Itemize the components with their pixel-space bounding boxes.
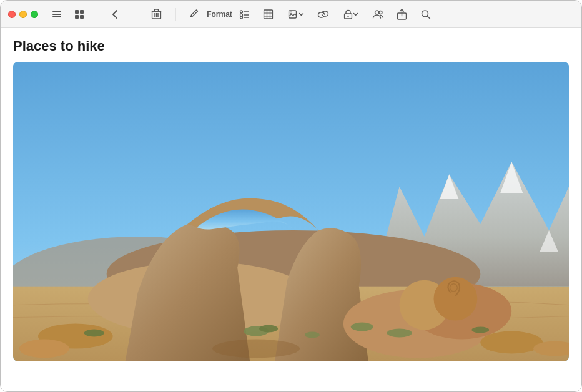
svg-line-34: [428, 16, 430, 19]
trash-icon: [152, 9, 162, 20]
lock-icon: [343, 9, 352, 19]
svg-point-50: [19, 340, 69, 358]
svg-point-55: [351, 323, 373, 331]
note-content: Places to hike: [1, 28, 581, 392]
svg-rect-20: [264, 10, 273, 19]
collaborate-icon: [373, 10, 384, 19]
grid-icon: [74, 9, 84, 19]
search-icon: [421, 9, 431, 19]
svg-point-29: [375, 11, 379, 14]
traffic-lights: [8, 11, 38, 18]
chevron-left-icon: [112, 9, 118, 19]
note-title[interactable]: Places to hike: [13, 38, 569, 54]
link-icon: [318, 11, 329, 18]
svg-point-59: [305, 332, 320, 338]
svg-point-51: [480, 331, 543, 354]
svg-point-14: [240, 11, 243, 13]
media-button[interactable]: [284, 6, 308, 23]
list-view-button[interactable]: [48, 6, 66, 23]
share-button[interactable]: [393, 6, 411, 23]
lock-chevron-icon: [353, 12, 358, 17]
svg-rect-0: [52, 11, 61, 12]
minimize-button[interactable]: [19, 11, 27, 18]
edit-icon: [190, 9, 200, 19]
list-icon: [52, 9, 62, 19]
titlebar: Format: [1, 1, 581, 28]
media-icon: [288, 10, 298, 19]
grid-view-button[interactable]: [71, 6, 88, 23]
svg-point-60: [212, 340, 300, 358]
toolbar-center: Format: [148, 6, 435, 23]
link-button[interactable]: [315, 6, 332, 23]
svg-point-26: [290, 12, 292, 14]
svg-line-13: [197, 10, 198, 11]
svg-rect-9: [155, 9, 159, 11]
svg-rect-2: [52, 16, 61, 17]
svg-point-57: [387, 329, 412, 338]
back-button[interactable]: [106, 6, 124, 23]
lock-button[interactable]: [338, 6, 363, 23]
titlebar-left: [8, 6, 124, 23]
svg-rect-5: [75, 15, 79, 19]
svg-point-56: [84, 330, 104, 337]
checklist-icon: [240, 9, 250, 19]
delete-button[interactable]: [148, 6, 165, 23]
svg-rect-6: [80, 15, 84, 19]
share-icon: [397, 9, 407, 20]
divider-1: [97, 8, 97, 21]
table-button[interactable]: [260, 6, 277, 23]
svg-point-58: [471, 327, 489, 333]
svg-point-54: [259, 325, 278, 333]
new-note-button[interactable]: [186, 6, 204, 23]
landscape-svg: [13, 62, 569, 361]
svg-point-30: [379, 11, 382, 14]
divider-2: [175, 8, 176, 21]
table-icon: [264, 9, 274, 19]
svg-rect-4: [80, 10, 84, 14]
format-label: Format: [207, 10, 232, 19]
svg-point-47: [433, 277, 477, 321]
svg-point-28: [347, 15, 348, 16]
collab-button[interactable]: [370, 6, 387, 23]
close-button[interactable]: [8, 11, 16, 18]
format-button[interactable]: Format: [210, 6, 230, 23]
chevron-down-icon: [298, 12, 303, 17]
maximize-button[interactable]: [31, 11, 38, 18]
svg-rect-3: [75, 10, 79, 14]
note-image[interactable]: [13, 62, 569, 361]
search-button[interactable]: [417, 6, 435, 23]
svg-rect-1: [52, 14, 61, 15]
checklist-button[interactable]: [236, 6, 254, 23]
svg-point-18: [240, 16, 243, 19]
